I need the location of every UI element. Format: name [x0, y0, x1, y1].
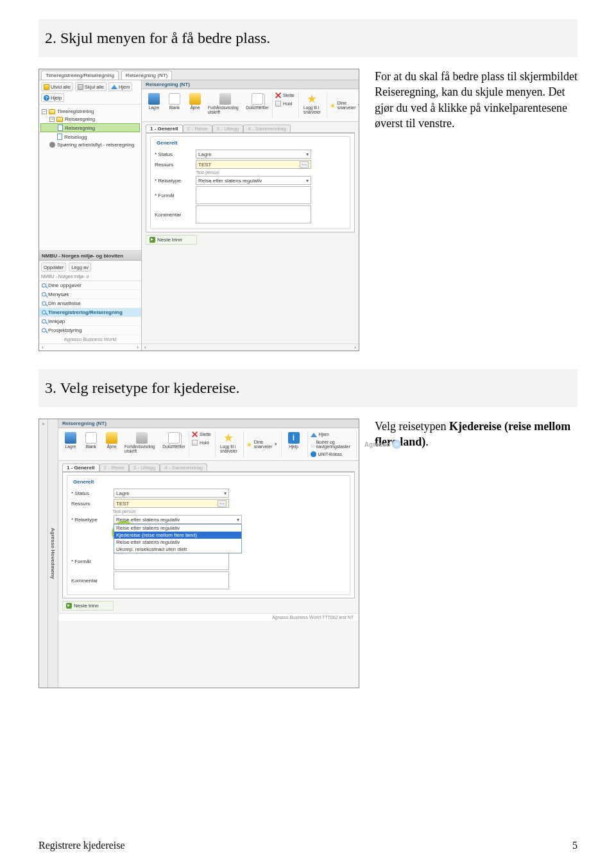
save-button[interactable]: Lagre [144, 92, 164, 119]
ribbon-nav-link[interactable]: Ikoner og navigeringstaster [311, 439, 352, 449]
dropdown-option-1[interactable]: Kjedereise (reise mellom flere land) [114, 532, 241, 539]
home-button[interactable]: Hjem [108, 82, 133, 91]
sidebar-toolbar: Utvid alle Skjul alle Hjem ?Hjelp [39, 80, 141, 105]
reisetype-select[interactable]: Reise etter statens regulativ [196, 176, 311, 185]
ressurs-field[interactable]: TEST [114, 499, 229, 508]
window-tab-1[interactable]: Timeregistrering/Reiseregning [41, 71, 119, 80]
quick-item-1[interactable]: Menysøk [39, 290, 141, 299]
tree-reiselogg-label: Reiselogg [64, 134, 87, 140]
next-step-button[interactable]: Neste trinn [146, 235, 197, 245]
dropdown-option-3[interactable]: Ukomp. reisekostnad uten diett [114, 546, 241, 553]
documents-button[interactable]: Dokumenter [246, 92, 268, 119]
quick-item-0[interactable]: Dine oppgaver [39, 281, 141, 290]
hold-label: Hold [283, 101, 292, 106]
search-icon [42, 301, 46, 306]
next-step-button[interactable]: Neste trinn [62, 601, 114, 611]
arrow-right[interactable]: › [354, 344, 356, 351]
kommentar-textarea[interactable] [196, 205, 311, 223]
ressurs-label: Ressurs [155, 162, 192, 168]
delete-button[interactable]: Slette [275, 92, 295, 99]
collapse-all-button[interactable]: Skjul alle [75, 82, 107, 91]
dropdown-option-2[interactable]: Reise etter statens regulativ [114, 539, 241, 546]
print-preview-button[interactable]: Forhåndsvisning utskrift [123, 431, 162, 458]
open-button[interactable]: Åpne [185, 92, 205, 119]
inner-tab-3[interactable]: 3 - Utlegg [212, 125, 244, 132]
shortcuts-dropdown[interactable]: ★Dine snarveier▾ [330, 100, 359, 110]
keyboard-icon [311, 442, 314, 447]
inner-tab-1[interactable]: 1 - Generell [62, 464, 99, 471]
hold-button[interactable]: Hold [275, 100, 295, 107]
arrow-left[interactable]: ‹ [42, 344, 44, 351]
reisetype-label: Reisetype [155, 178, 192, 184]
inner-tab-3[interactable]: 3 - Utlegg [129, 464, 160, 471]
minus-icon [78, 84, 83, 90]
kommentar-textarea[interactable] [114, 571, 229, 589]
inner-tab-2[interactable]: 2 - Reise [183, 125, 212, 132]
screenshot-2: » Agresso Hovedmeny Reiseregning (NT) La… [38, 419, 359, 688]
blank-button[interactable]: Blank [81, 431, 101, 458]
documents-button[interactable]: Dokumenter [163, 431, 185, 458]
ribbon-home-link[interactable]: Hjem [311, 431, 352, 438]
ressurs-field[interactable]: TEST [196, 160, 311, 169]
sidebar-bottom: NMBU - Norges miljø- og bioviten Oppdate… [39, 250, 141, 351]
blank-label: Blank [86, 444, 96, 449]
footer-page-number: 5 [572, 840, 578, 851]
delete-button[interactable]: Slette [192, 431, 211, 438]
tree-reiseregning-item[interactable]: Reiseregning [40, 123, 140, 132]
quick-item-5[interactable]: Prosjektstyring [39, 326, 141, 335]
blank-button[interactable]: Blank [165, 92, 184, 119]
leggav-button[interactable]: Legg av [69, 263, 91, 272]
collapsed-sidebar-label[interactable]: Agresso Hovedmeny [48, 419, 58, 688]
ribbon-help-button[interactable]: iHjelp [284, 431, 304, 458]
formal-textarea[interactable] [114, 552, 229, 570]
help-label: Hjelp [51, 95, 62, 101]
refresh-button[interactable]: Oppdater [41, 263, 66, 272]
tree-root-label: Timeregistrering [57, 108, 94, 114]
search-icon [42, 292, 46, 297]
inner-tab-4[interactable]: 4 - Sammendrag [243, 125, 291, 132]
inner-tab-1[interactable]: 1 - Generell [146, 125, 183, 132]
print-preview-button[interactable]: Forhåndsvisning utskrift [206, 92, 245, 119]
tree-reise-folder[interactable]: −Reiseregning [40, 116, 140, 123]
tree-reiselogg-item[interactable]: Reiselogg [40, 133, 140, 141]
step-2-block: Timeregistrering/Reiseregning Reiseregni… [38, 69, 578, 351]
tree-root[interactable]: −Timeregistrering [40, 108, 140, 115]
tree-toggle-icon: − [49, 117, 55, 122]
scroll-arrows: ‹› [39, 343, 141, 351]
window-tab-2[interactable]: Reiseregning (NT) [121, 71, 172, 80]
add-shortcut-button[interactable]: ★Logg til i snarveier [218, 431, 239, 458]
add-shortcut-button[interactable]: ★Logg til i snarveier [302, 92, 323, 119]
quick-item-2[interactable]: Din ansettelse [39, 299, 141, 308]
status-select[interactable]: Lagre [114, 489, 229, 498]
inner-tab-4[interactable]: 4 - Sammendrag [160, 464, 207, 471]
quick-item-3[interactable]: Timeregistrering/Reiseregning [39, 308, 141, 317]
open-button[interactable]: Åpne [102, 431, 121, 458]
expand-all-button[interactable]: Utvid alle [41, 82, 73, 91]
quick-item-4[interactable]: Innkjøp [39, 317, 141, 326]
ribbon-unit4-link[interactable]: UNIT4Ideas [311, 451, 352, 458]
status-line: Agresso Business World TTT062 test NT [58, 613, 359, 621]
open-icon [189, 93, 201, 105]
documents-label: Dokumenter [246, 105, 268, 110]
shortcuts-dropdown[interactable]: ★Dine snarveier▾ [246, 439, 277, 449]
quick-item-label: Din ansettelse [48, 300, 81, 306]
help-button[interactable]: ?Hjelp [41, 93, 64, 102]
delete-icon [192, 431, 198, 437]
print-icon [136, 432, 148, 444]
page-icon [58, 125, 63, 131]
status-select[interactable]: Lagre [196, 150, 311, 159]
inner-tab-2[interactable]: 2 - Reise [99, 464, 129, 471]
dropdown-option-0[interactable]: Reise etter statens regulativ [114, 525, 241, 532]
tree-sporring-item[interactable]: Spørring arbeidsflyt - reiseregning [40, 141, 140, 148]
reisetype-select[interactable]: Reise etter statens regulativ [114, 515, 242, 524]
hold-button[interactable]: Hold [192, 439, 211, 446]
formal-textarea[interactable] [196, 186, 311, 204]
section-3-heading: 3. Velg reisetype for kjedereise. [38, 369, 578, 407]
delete-label: Slette [283, 93, 295, 98]
ressurs-label: Ressurs [71, 501, 110, 507]
arrow-right[interactable]: › [137, 344, 139, 351]
folder-icon [49, 109, 55, 114]
arrow-left[interactable]: ‹ [144, 344, 146, 351]
save-button[interactable]: Lagre [61, 431, 80, 458]
collapse-chevrons[interactable]: » [39, 419, 48, 688]
